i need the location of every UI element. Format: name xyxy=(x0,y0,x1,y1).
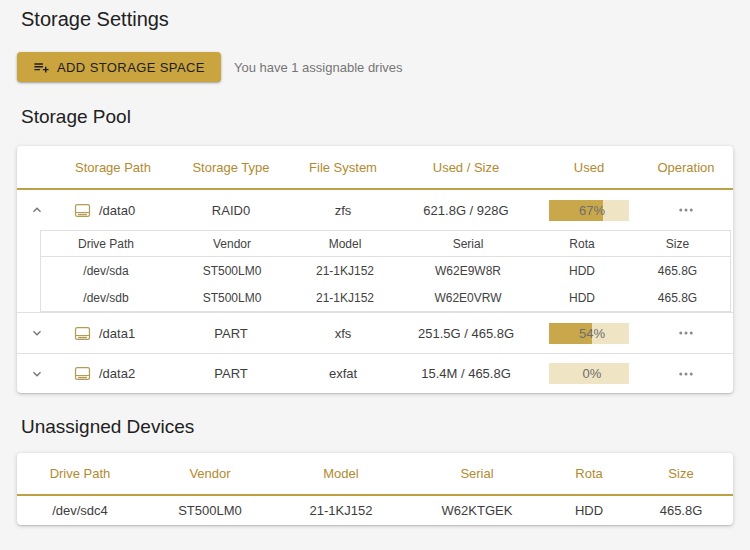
vendor-value: ST500LM0 xyxy=(143,503,277,518)
drive-path-value: /dev/sda xyxy=(41,264,171,278)
model-value: 21-1KJ152 xyxy=(293,264,397,278)
storage-pool-row-data0: /data0 RAID0 zfs 621.8G / 928G 67% xyxy=(17,190,733,230)
playlist-add-icon xyxy=(33,59,50,76)
col-operation: Operation xyxy=(639,160,733,175)
unassigned-row-sdc4: /dev/sdc4 ST500LM0 21-1KJ152 W62KTGEK HD… xyxy=(17,496,733,525)
serial-value: W62KTGEK xyxy=(405,503,549,518)
col-storage-type: Storage Type xyxy=(169,160,293,175)
used-progress-bar: 54% xyxy=(549,323,629,344)
file-system-value: zfs xyxy=(293,203,393,218)
model-value: 21-1KJ152 xyxy=(293,291,397,305)
unassigned-devices-card: Drive Path Vendor Model Serial Rota Size… xyxy=(17,453,733,525)
rota-value: HDD xyxy=(539,264,625,278)
size-value: 465.8G xyxy=(625,264,730,278)
drive-path-value: /dev/sdb xyxy=(41,291,171,305)
drive-path-value: /dev/sdc4 xyxy=(17,503,143,518)
expand-chevron-icon[interactable] xyxy=(26,363,48,385)
col-size: Size xyxy=(629,466,733,481)
assignable-drives-note: You have 1 assignable drives xyxy=(234,60,403,75)
unassigned-devices-title: Unassigned Devices xyxy=(21,414,733,439)
data0-drives-table: Drive Path Vendor Model Serial Rota Size… xyxy=(40,230,731,312)
col-rota: Rota xyxy=(549,466,629,481)
drive-icon xyxy=(73,364,92,383)
serial-value: W62E9W8R xyxy=(397,264,539,278)
used-size-value: 15.4M / 465.8G xyxy=(393,366,539,381)
page-title: Storage Settings xyxy=(21,6,733,32)
vendor-value: ST500LM0 xyxy=(171,291,293,305)
col-serial: Serial xyxy=(405,466,549,481)
col-serial: Serial xyxy=(397,237,539,251)
storage-pool-header-row: Storage Path Storage Type File System Us… xyxy=(17,146,733,190)
used-size-value: 621.8G / 928G xyxy=(393,203,539,218)
drive-icon xyxy=(73,201,92,220)
collapse-chevron-icon[interactable] xyxy=(26,199,48,221)
rota-value: HDD xyxy=(549,503,629,518)
vendor-value: ST500LM0 xyxy=(171,264,293,278)
unassigned-header-row: Drive Path Vendor Model Serial Rota Size xyxy=(17,453,733,496)
drives-header-row: Drive Path Vendor Model Serial Rota Size xyxy=(41,231,730,257)
size-value: 465.8G xyxy=(629,503,733,518)
col-rota: Rota xyxy=(539,237,625,251)
operation-menu-button[interactable] xyxy=(673,320,699,346)
storage-type-value: PART xyxy=(169,366,293,381)
operation-menu-button[interactable] xyxy=(673,197,699,223)
storage-pool-row-data2: /data2 PART exfat 15.4M / 465.8G 0% xyxy=(17,353,733,393)
storage-pool-row-data1: /data1 PART xfs 251.5G / 465.8G 54% xyxy=(17,312,733,353)
storage-pool-card: Storage Path Storage Type File System Us… xyxy=(17,146,733,393)
col-drive-path: Drive Path xyxy=(17,466,143,481)
used-percent-label: 54% xyxy=(549,323,629,344)
drive-row-sdb: /dev/sdb ST500LM0 21-1KJ152 W62E0VRW HDD… xyxy=(41,284,730,311)
drive-icon xyxy=(73,324,92,343)
expand-chevron-icon[interactable] xyxy=(26,322,48,344)
col-model: Model xyxy=(277,466,405,481)
operation-menu-button[interactable] xyxy=(673,361,699,387)
file-system-value: xfs xyxy=(293,326,393,341)
storage-path-value: /data1 xyxy=(99,326,135,341)
drive-row-sda: /dev/sda ST500LM0 21-1KJ152 W62E9W8R HDD… xyxy=(41,257,730,284)
col-storage-path: Storage Path xyxy=(57,160,169,175)
serial-value: W62E0VRW xyxy=(397,291,539,305)
col-vendor: Vendor xyxy=(143,466,277,481)
size-value: 465.8G xyxy=(625,291,730,305)
storage-type-value: PART xyxy=(169,326,293,341)
storage-pool-title: Storage Pool xyxy=(21,104,733,129)
col-used-size: Used / Size xyxy=(393,160,539,175)
col-model: Model xyxy=(293,237,397,251)
storage-path-value: /data0 xyxy=(99,203,135,218)
used-percent-label: 0% xyxy=(549,363,629,384)
col-file-system: File System xyxy=(293,160,393,175)
rota-value: HDD xyxy=(539,291,625,305)
col-size: Size xyxy=(625,237,730,251)
used-percent-label: 67% xyxy=(549,200,629,221)
storage-path-value: /data2 xyxy=(99,366,135,381)
storage-type-value: RAID0 xyxy=(169,203,293,218)
col-vendor: Vendor xyxy=(171,237,293,251)
add-storage-space-label: ADD STORAGE SPACE xyxy=(57,60,205,75)
file-system-value: exfat xyxy=(293,366,393,381)
col-drive-path: Drive Path xyxy=(41,237,171,251)
col-used: Used xyxy=(539,160,639,175)
used-progress-bar: 67% xyxy=(549,200,629,221)
storage-settings-page: Storage Settings ADD STORAGE SPACE You h… xyxy=(0,6,750,525)
model-value: 21-1KJ152 xyxy=(277,503,405,518)
used-size-value: 251.5G / 465.8G xyxy=(393,326,539,341)
used-progress-bar: 0% xyxy=(549,363,629,384)
add-storage-space-button[interactable]: ADD STORAGE SPACE xyxy=(17,52,221,82)
toolbar: ADD STORAGE SPACE You have 1 assignable … xyxy=(17,52,733,82)
